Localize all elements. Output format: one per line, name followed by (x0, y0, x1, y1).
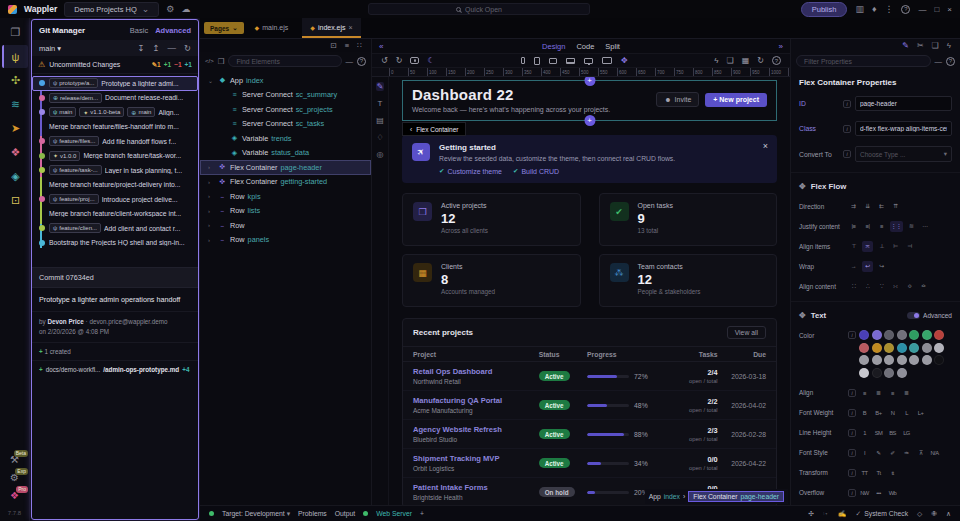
tree-item[interactable]: ≡ Server Connect sc_summary (200, 88, 371, 103)
property-option-button[interactable]: ∷ (848, 281, 859, 292)
ref-badge[interactable]: ψ feature/files... (49, 136, 99, 146)
clear-icon[interactable]: — (935, 57, 943, 66)
device-monitor-icon[interactable] (602, 57, 612, 64)
commit-row[interactable]: Merge branch feature/files-handoff into … (32, 120, 198, 135)
color-swatch[interactable] (884, 355, 894, 365)
minimize-button[interactable]: — (918, 5, 926, 14)
toggle-switch[interactable] (907, 312, 920, 319)
color-swatch[interactable] (872, 343, 882, 353)
color-swatch[interactable] (859, 355, 869, 365)
target-selector[interactable]: Target: Development ▾ (222, 510, 290, 518)
tree-item[interactable]: › ∙∙∙ Row panels (200, 233, 371, 248)
help-icon[interactable]: ? (901, 5, 910, 14)
commit-row[interactable]: ψ feature/task-... Layer in task plannin… (32, 163, 198, 178)
clear-icon[interactable]: — (346, 57, 354, 66)
pages-selector[interactable]: Pages⌄ (204, 22, 244, 34)
file-tab[interactable]: ◆ main.ejs (247, 18, 300, 38)
help-icon[interactable]: ? (357, 57, 366, 66)
device-tablet-portrait-icon[interactable] (534, 57, 540, 65)
color-swatch[interactable] (884, 330, 894, 340)
project-link[interactable]: Retail Ops Dashboard (413, 367, 539, 376)
property-option-button[interactable]: I (859, 447, 870, 458)
close-icon[interactable]: × (763, 141, 768, 151)
property-option-button[interactable]: ↪ (876, 261, 887, 272)
getting-started-link[interactable]: ✔ Build CRUD (513, 167, 559, 175)
property-option-button[interactable]: ≍ (862, 241, 873, 252)
rail-item-icon[interactable]: ✣ (2, 69, 28, 92)
project-link[interactable]: Patient Intake Forms (413, 483, 539, 492)
chevron-icon[interactable]: › (208, 179, 214, 185)
property-option-button[interactable]: ⋮⋮ (890, 221, 903, 232)
view-mode-tab[interactable]: Design (542, 42, 565, 51)
property-option-button[interactable]: TT (859, 467, 870, 478)
redo-icon[interactable]: ↻ (396, 56, 403, 65)
getting-started-link[interactable]: ✔ Customize theme (439, 167, 502, 175)
property-option-button[interactable]: ≡ (887, 387, 898, 398)
collapse-right-icon[interactable]: » (779, 42, 783, 51)
property-option-button[interactable]: L (901, 407, 912, 418)
commit-row[interactable]: ✦ v1.0.0 Merge branch feature/task-wor..… (32, 149, 198, 164)
color-swatch[interactable] (872, 330, 882, 340)
security-icon[interactable]: ✙ (931, 510, 937, 518)
commit-row[interactable]: ψ feature/proj... Introduce project deli… (32, 192, 198, 207)
device-laptop-icon[interactable] (566, 58, 575, 64)
rail-bottom-icon[interactable]: ❖ Pro (10, 490, 19, 501)
property-option-button[interactable]: LG (901, 427, 912, 438)
commit-row[interactable]: Merge branch feature/project-delivery in… (32, 178, 198, 193)
color-swatch[interactable] (922, 355, 932, 365)
breadcrumb-selected[interactable]: Flex Container page-header (688, 491, 784, 502)
project-selector[interactable]: Demo Projects HQ ⌄ (64, 2, 159, 17)
property-option-button[interactable]: NW (859, 487, 870, 498)
property-option-button[interactable]: 1 (859, 427, 870, 438)
property-option-button[interactable]: ✐ (887, 447, 898, 458)
refresh-icon[interactable]: ↻ (184, 43, 191, 53)
selection-label[interactable]: ‹ Flex Container (402, 122, 466, 136)
theme-droplet-icon[interactable]: ♦ (872, 5, 877, 14)
property-option-button[interactable]: ⇉ (848, 201, 859, 212)
rail-item-icon[interactable]: ❐ (2, 21, 28, 44)
convert-to-select[interactable]: Choose Type ... ▾ (855, 146, 952, 162)
property-option-button[interactable]: → (848, 261, 859, 272)
branch-selector[interactable]: main ▾ (39, 44, 61, 53)
color-swatch[interactable] (884, 368, 894, 378)
color-swatch[interactable] (934, 343, 944, 353)
system-check-button[interactable]: ✓ System Check (856, 510, 909, 518)
tree-item[interactable]: ≡ Server Connect sc_tasks (200, 117, 371, 132)
device-phone-icon[interactable] (521, 57, 525, 64)
collections-icon[interactable]: ≡ (345, 41, 349, 50)
chevron-icon[interactable]: › (208, 164, 214, 170)
help-icon[interactable]: ? (946, 57, 955, 66)
rail-item-icon[interactable]: ≋ (2, 93, 28, 116)
property-option-button[interactable]: ≣ (873, 387, 884, 398)
ref-badge[interactable]: ⊕ main (127, 107, 155, 117)
styles-icon[interactable]: ♢ (376, 133, 383, 142)
ref-badge[interactable]: ψ prototype/a... (49, 78, 98, 88)
property-option-button[interactable]: ≎ (904, 281, 915, 292)
property-option-button[interactable]: B+ (873, 407, 884, 418)
tree-item[interactable]: ≡ Server Connect sc_projects (200, 102, 371, 117)
tree-item[interactable]: › ✜ Flex Container page-header (200, 160, 371, 175)
property-option-button[interactable]: ∵ (876, 281, 887, 292)
typography-icon[interactable]: T (378, 99, 383, 108)
help-icon[interactable]: ? (772, 56, 781, 65)
property-option-button[interactable]: ⇇ (876, 201, 887, 212)
color-swatch[interactable] (872, 355, 882, 365)
property-option-button[interactable]: ⇈ (890, 201, 901, 212)
free-resize-icon[interactable]: ✥ (621, 56, 628, 65)
ref-badge[interactable]: ✦ v1.0.0 (49, 151, 80, 161)
project-settings-icon[interactable]: ⚙ (166, 5, 174, 14)
breadcrumb-index[interactable]: index (664, 493, 680, 500)
commit-row[interactable]: ψ feature/files... Add file handoff flow… (32, 134, 198, 149)
project-link[interactable]: Manufacturing QA Portal (413, 396, 539, 405)
advanced-toggle[interactable]: Advanced (907, 312, 952, 319)
cut-icon[interactable]: ✂ (917, 41, 924, 50)
view-all-button[interactable]: View all (727, 326, 766, 339)
commit-row[interactable]: ψ main ✦ v1.1.0-beta ⊕ main (32, 105, 198, 120)
device-tablet-landscape-icon[interactable] (549, 58, 557, 64)
rail-bottom-icon[interactable]: ⚒ Beta (10, 454, 19, 465)
tree-item[interactable]: ◈ Variable trends (200, 131, 371, 146)
tree-item[interactable]: ⌄ ◆ App index (200, 73, 371, 88)
cloud-sync-icon[interactable]: ☁ (181, 5, 190, 14)
property-option-button[interactable]: ↩ (862, 261, 873, 272)
panels-layout-icon[interactable]: ▥ (855, 5, 864, 14)
